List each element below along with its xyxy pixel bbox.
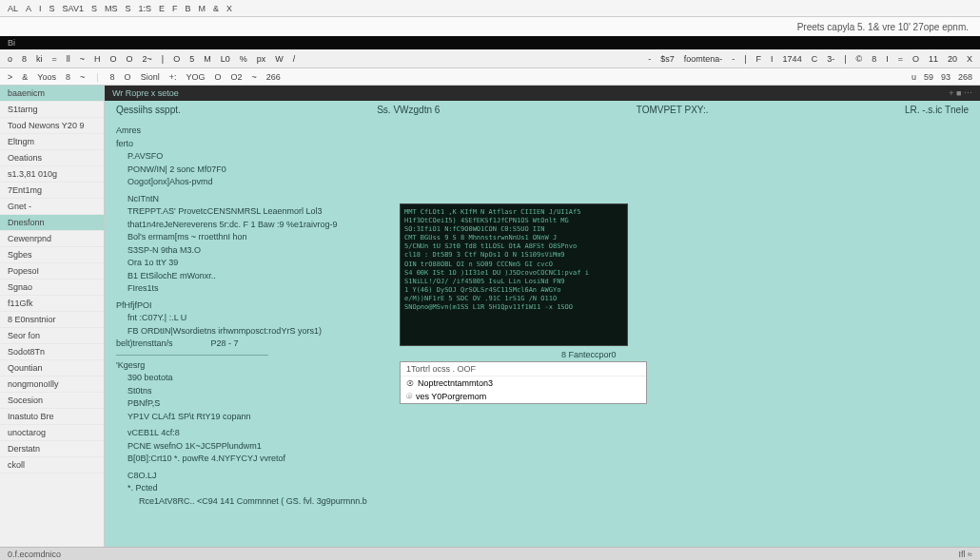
- sidebar-item[interactable]: Qountian: [0, 360, 104, 377]
- sidebar-item[interactable]: baaenicm: [0, 86, 104, 102]
- sidebar-item[interactable]: Tood Newons Y20 9: [0, 118, 104, 134]
- toolbar-button[interactable]: S: [91, 4, 97, 13]
- toolbar-button[interactable]: o: [8, 54, 12, 64]
- toolbar-button[interactable]: 8: [22, 54, 27, 64]
- toolbar-button[interactable]: Yoos: [37, 72, 56, 82]
- toolbar-button[interactable]: 268: [958, 72, 972, 82]
- toolbar-button[interactable]: O2: [230, 72, 242, 82]
- toolbar-button[interactable]: 8: [872, 54, 876, 64]
- toolbar-button[interactable]: 93: [941, 72, 951, 82]
- sidebar-item[interactable]: 7Ent1mg: [0, 183, 104, 199]
- toolbar-button[interactable]: A: [26, 4, 31, 13]
- toolbar-button[interactable]: B: [185, 4, 190, 13]
- toolbar-button[interactable]: O: [110, 54, 117, 64]
- sidebar-item[interactable]: Sgnao: [0, 280, 104, 296]
- tab-title[interactable]: Wr Ropre x setoe: [112, 88, 179, 98]
- toolbar-button[interactable]: u: [911, 72, 916, 82]
- toolbar-button[interactable]: H: [94, 54, 101, 64]
- toolbar-button[interactable]: ~: [80, 54, 85, 64]
- toolbar-button[interactable]: +:: [169, 72, 177, 82]
- toolbar-button[interactable]: &: [22, 72, 28, 82]
- sidebar-item[interactable]: Oeations: [0, 150, 104, 166]
- s4-l1: PCNE wsefnO 1K~JC5PPlundwm1: [116, 440, 969, 454]
- toolbar-button[interactable]: W: [275, 54, 284, 64]
- toolbar-button[interactable]: YOG: [186, 72, 205, 82]
- toolbar-button[interactable]: $s7: [660, 54, 675, 64]
- sidebar-item[interactable]: Derstatn: [0, 441, 104, 457]
- toolbar-button[interactable]: 2~: [143, 54, 152, 64]
- toolbar-button[interactable]: &: [213, 4, 219, 13]
- hdr-1: Qessiihs ssppt.: [116, 105, 181, 115]
- sidebar-item[interactable]: S1tarng: [0, 102, 104, 118]
- toolbar-button[interactable]: ki: [36, 54, 43, 64]
- dropdown-item-1[interactable]: ⦾ ves Y0Porgremom: [401, 390, 646, 403]
- toolbar-button[interactable]: M: [199, 4, 206, 13]
- toolbar-button[interactable]: I: [886, 54, 889, 64]
- toolbar-button[interactable]: O: [127, 54, 133, 64]
- sidebar-item[interactable]: Socesion: [0, 393, 104, 409]
- sidebar-item[interactable]: 8 E0nsntnior: [0, 312, 104, 328]
- toolbar-button[interactable]: S: [49, 4, 55, 13]
- toolbar-button[interactable]: 8: [110, 72, 115, 82]
- toolbar-button[interactable]: X: [967, 54, 972, 64]
- sidebar-item[interactable]: ckoll: [0, 457, 104, 473]
- toolbar-button[interactable]: -: [648, 54, 651, 64]
- toolbar-button[interactable]: 1744: [783, 54, 802, 64]
- toolbar-button[interactable]: O: [125, 72, 131, 82]
- toolbar-button[interactable]: F: [172, 4, 178, 13]
- toolbar-button[interactable]: 8: [66, 72, 70, 82]
- toolbar-button[interactable]: %: [240, 54, 247, 64]
- toolbar-button[interactable]: px: [257, 54, 266, 64]
- toolbar-button[interactable]: 11: [929, 54, 938, 64]
- toolbar-button[interactable]: O: [214, 72, 221, 82]
- sidebar-item[interactable]: Cewenrpnd: [0, 231, 104, 247]
- sidebar-item[interactable]: unoctarog: [0, 425, 104, 441]
- sidebar-item[interactable]: Inastuto Bre: [0, 409, 104, 425]
- toolbar-button[interactable]: ©: [856, 54, 863, 64]
- toolbar-button[interactable]: I: [39, 4, 42, 13]
- toolbar-button[interactable]: =: [898, 54, 903, 64]
- toolbar-button[interactable]: F: [756, 54, 762, 64]
- status-left: 0.f.ecomdnico: [8, 550, 61, 559]
- toolbar-button[interactable]: 266: [266, 72, 281, 82]
- sidebar-item[interactable]: Gnet -: [0, 199, 104, 215]
- toolbar-button[interactable]: 20: [948, 54, 957, 64]
- toolbar-button[interactable]: AL: [8, 4, 18, 13]
- toolbar-button[interactable]: SAV1: [63, 4, 84, 13]
- toolbar-button[interactable]: ~: [251, 72, 256, 82]
- toolbar-button[interactable]: 5: [189, 54, 194, 64]
- toolbar-button[interactable]: foomtena-: [684, 54, 723, 64]
- toolbar-button[interactable]: I: [771, 54, 774, 64]
- toolbar-button[interactable]: -: [732, 54, 735, 64]
- toolbar-button[interactable]: ~: [80, 72, 85, 82]
- sidebar-item[interactable]: Seor fon: [0, 328, 104, 344]
- sidebar-item[interactable]: f11Gfk: [0, 296, 104, 312]
- toolbar-button[interactable]: ll: [67, 54, 70, 64]
- toolbar-button[interactable]: L0: [221, 54, 230, 64]
- matrix-line: MMT CfLOt1 ,K KIfM N Atflasr CIIIEN J/UI…: [404, 208, 623, 217]
- toolbar-button[interactable]: X: [226, 4, 232, 13]
- toolbar-button[interactable]: 3-: [827, 54, 834, 64]
- sidebar-item[interactable]: Dnesfonn: [0, 215, 104, 231]
- toolbar-button[interactable]: S: [125, 4, 130, 13]
- toolbar-button[interactable]: 59: [924, 72, 933, 82]
- toolbar-button[interactable]: O: [912, 54, 919, 64]
- toolbar-button[interactable]: Sionl: [141, 72, 160, 82]
- sidebar-item[interactable]: Sgbes: [0, 247, 104, 263]
- sidebar-item[interactable]: Sodot8Tn: [0, 344, 104, 360]
- dropdown-item-0[interactable]: ⦿ Noptrectntammton3: [401, 377, 646, 390]
- toolbar-button[interactable]: 1:S: [138, 4, 151, 13]
- sidebar-item[interactable]: Eltngm: [0, 134, 104, 150]
- toolbar-button[interactable]: C: [812, 54, 818, 64]
- sidebar-item[interactable]: s1.3,81 010g: [0, 166, 104, 183]
- toolbar-button[interactable]: E: [159, 4, 165, 13]
- toolbar-button[interactable]: /: [293, 54, 296, 64]
- sidebar-item[interactable]: nongmonoIlly: [0, 377, 104, 393]
- sidebar-item[interactable]: PopesoI: [0, 263, 104, 280]
- toolbar-button[interactable]: M: [204, 54, 211, 64]
- toolbar-button[interactable]: =: [52, 54, 57, 64]
- toolbar-button[interactable]: MS: [105, 4, 118, 13]
- tab-controls[interactable]: + ■ ⋯: [949, 88, 972, 98]
- toolbar-button[interactable]: O: [173, 54, 180, 64]
- toolbar-button[interactable]: >: [8, 72, 12, 82]
